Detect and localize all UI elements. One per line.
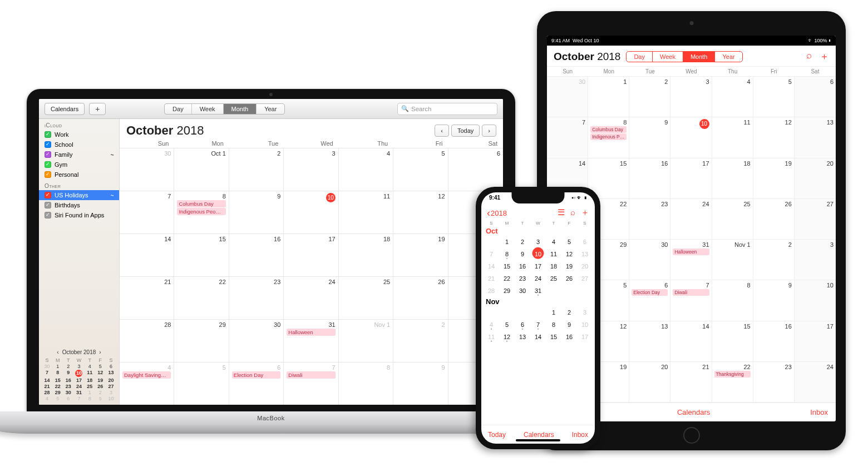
- mini-day[interactable]: 30: [63, 390, 73, 395]
- mini-day[interactable]: 12: [96, 370, 105, 377]
- day-cell[interactable]: 13: [629, 321, 670, 362]
- day-cell[interactable]: 18: [712, 158, 753, 199]
- checkbox-icon[interactable]: [45, 131, 51, 138]
- day-cell[interactable]: 7: [120, 191, 174, 234]
- day-cell[interactable]: 23: [515, 273, 530, 284]
- day-cell[interactable]: 7Diwali: [670, 280, 712, 321]
- sidebar-item-siri-found-in-apps[interactable]: Siri Found in Apps: [39, 210, 119, 220]
- mini-day[interactable]: 15: [53, 377, 62, 383]
- day-cell[interactable]: 5: [561, 236, 577, 247]
- view-tab-month[interactable]: Month: [224, 104, 257, 114]
- mini-day[interactable]: 24: [74, 384, 83, 389]
- day-cell[interactable]: 20: [795, 158, 836, 199]
- event-chip[interactable]: Diwali: [287, 371, 335, 379]
- mini-day[interactable]: 31: [74, 390, 83, 395]
- day-cell[interactable]: 30: [120, 148, 174, 191]
- mini-day[interactable]: 6: [63, 396, 73, 401]
- day-cell[interactable]: 1: [546, 307, 561, 318]
- day-cell[interactable]: 16: [629, 158, 670, 199]
- today-button[interactable]: Today: [488, 431, 506, 439]
- sidebar-item-us-holidays[interactable]: US Holidays⏦: [39, 190, 119, 200]
- day-cell[interactable]: 6Election Day: [229, 362, 284, 405]
- sidebar-item-birthdays[interactable]: Birthdays: [39, 200, 119, 210]
- sidebar-item-school[interactable]: School: [39, 140, 119, 150]
- checkbox-icon[interactable]: [45, 202, 51, 208]
- list-icon[interactable]: ☰: [558, 207, 565, 218]
- day-cell[interactable]: 24: [670, 199, 712, 240]
- event-chip[interactable]: Diwali: [673, 289, 709, 296]
- search-icon[interactable]: ⌕: [570, 207, 575, 218]
- day-cell[interactable]: 12: [499, 331, 515, 342]
- day-cell[interactable]: 9: [629, 117, 670, 158]
- day-cell[interactable]: 5: [499, 319, 515, 330]
- day-cell[interactable]: 9: [515, 249, 530, 260]
- day-cell[interactable]: 2: [229, 148, 284, 191]
- day-cell[interactable]: 17: [795, 321, 836, 362]
- mini-day[interactable]: 7: [74, 396, 83, 401]
- checkbox-icon[interactable]: [45, 171, 51, 178]
- day-cell[interactable]: 24: [795, 362, 836, 403]
- mini-day[interactable]: 21: [42, 384, 52, 389]
- next-month-icon[interactable]: ›: [99, 349, 101, 355]
- day-cell[interactable]: 28: [120, 319, 174, 362]
- day-cell[interactable]: 23: [753, 362, 795, 403]
- view-tab-month[interactable]: Month: [683, 52, 716, 62]
- day-cell[interactable]: 8Columbus DayIndigenous Peo…: [174, 191, 229, 234]
- day-cell[interactable]: 24: [530, 273, 546, 284]
- mini-day[interactable]: 5: [53, 396, 62, 401]
- today-button[interactable]: Today: [451, 125, 480, 137]
- day-cell[interactable]: 5: [753, 77, 795, 117]
- day-cell[interactable]: 2: [515, 236, 530, 247]
- day-cell[interactable]: 27: [577, 273, 593, 284]
- day-cell[interactable]: 21: [484, 273, 499, 284]
- day-cell[interactable]: 20: [629, 362, 670, 403]
- mini-day[interactable]: 5: [96, 364, 105, 369]
- event-chip[interactable]: Daylight Saving…: [122, 371, 171, 379]
- mini-day[interactable]: 2: [96, 390, 105, 395]
- mini-day[interactable]: 29: [53, 390, 62, 395]
- view-tab-day[interactable]: Day: [165, 104, 192, 114]
- day-cell[interactable]: 6Election Day: [629, 280, 670, 321]
- day-cell[interactable]: 4: [546, 236, 561, 247]
- mini-day[interactable]: 11: [85, 370, 95, 377]
- day-cell[interactable]: 26: [753, 199, 795, 240]
- day-cell[interactable]: 24: [284, 276, 338, 319]
- view-tab-week[interactable]: Week: [192, 104, 224, 114]
- event-chip[interactable]: Halloween: [673, 249, 709, 255]
- event-chip[interactable]: Indigenous Peop…: [590, 133, 627, 140]
- day-cell[interactable]: 13: [577, 249, 593, 260]
- event-chip[interactable]: Election Day: [232, 371, 280, 379]
- mini-day[interactable]: 10: [106, 396, 116, 401]
- day-cell[interactable]: 3: [670, 77, 712, 117]
- sidebar-item-personal[interactable]: Personal: [39, 170, 119, 180]
- day-cell[interactable]: 23: [229, 276, 284, 319]
- day-cell[interactable]: 23: [629, 199, 670, 240]
- checkbox-icon[interactable]: [45, 212, 51, 218]
- day-cell[interactable]: 18: [546, 261, 561, 272]
- calendars-button[interactable]: Calendars: [677, 408, 710, 416]
- mini-day[interactable]: 14: [42, 377, 52, 383]
- mini-day[interactable]: 17: [74, 377, 83, 383]
- sidebar-item-family[interactable]: Family⏦: [39, 150, 119, 160]
- day-cell[interactable]: 3: [530, 236, 546, 247]
- day-cell[interactable]: 31Halloween: [284, 319, 338, 362]
- checkbox-icon[interactable]: [45, 161, 51, 168]
- mini-day[interactable]: 18: [85, 377, 95, 383]
- day-cell[interactable]: 6: [515, 319, 530, 330]
- day-cell[interactable]: 17: [530, 261, 546, 272]
- day-cell[interactable]: 7: [547, 117, 588, 158]
- back-button[interactable]: 2018: [487, 207, 507, 218]
- day-cell[interactable]: 22Thanksgiving: [712, 362, 753, 403]
- day-cell[interactable]: 4: [712, 77, 753, 117]
- event-chip[interactable]: Indigenous Peo…: [177, 208, 225, 215]
- next-button[interactable]: ›: [482, 125, 496, 137]
- mini-day[interactable]: 28: [42, 390, 52, 395]
- mini-day[interactable]: 13: [106, 370, 116, 377]
- mini-day[interactable]: 19: [96, 377, 105, 383]
- day-cell[interactable]: 14: [484, 261, 499, 272]
- search-icon[interactable]: ⌕: [806, 50, 812, 63]
- prev-month-icon[interactable]: ‹: [57, 349, 58, 355]
- add-button[interactable]: [89, 103, 106, 115]
- day-cell[interactable]: 17: [284, 234, 338, 276]
- day-cell[interactable]: 10: [670, 117, 712, 158]
